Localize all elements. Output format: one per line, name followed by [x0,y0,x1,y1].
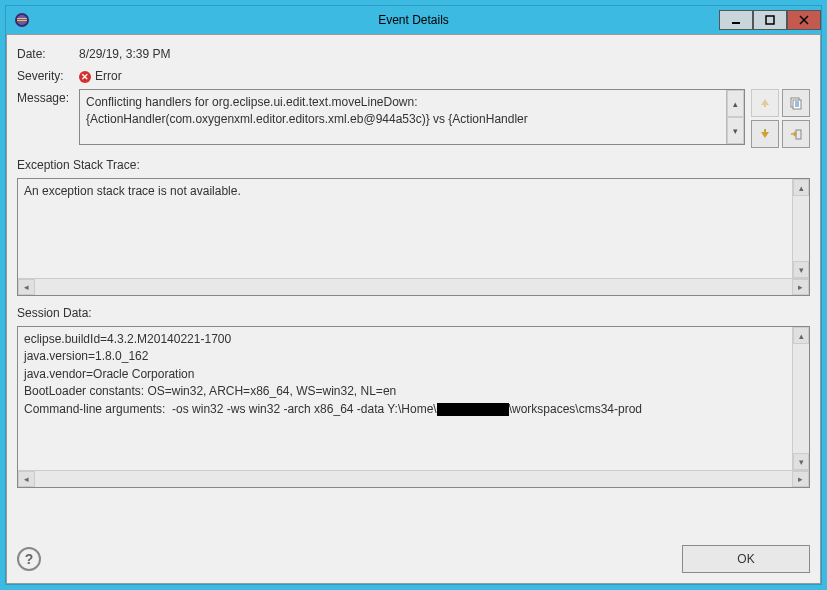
arrow-down-icon [758,127,772,141]
event-details-window: Event Details Date: 8/29/19, 3:39 PM Sev… [5,5,822,585]
svg-rect-4 [732,22,740,24]
stack-trace-text[interactable]: An exception stack trace is not availabl… [18,179,792,278]
error-icon: ✕ [79,71,91,83]
session-vscroll[interactable]: ▴ ▾ [792,327,809,470]
session-hscroll[interactable]: ◂ ▸ [18,470,809,487]
help-button[interactable]: ? [17,547,41,571]
help-icon: ? [25,551,34,567]
stack-trace-label: Exception Stack Trace: [17,158,810,172]
svg-rect-5 [766,16,774,24]
spinner-down-icon[interactable]: ▾ [727,117,744,144]
next-event-button[interactable] [751,120,779,148]
session-data-label: Session Data: [17,306,810,320]
copy-button[interactable] [782,89,810,117]
message-box: Conflicting handlers for org.eclipse.ui.… [79,89,745,145]
close-button[interactable] [787,10,821,30]
show-details-button[interactable] [782,120,810,148]
session-data-box: eclipse.buildId=4.3.2.M20140221-1700java… [17,326,810,488]
scroll-up-icon[interactable]: ▴ [793,179,809,196]
copy-icon [789,96,803,110]
scroll-down-icon[interactable]: ▾ [793,261,809,278]
eclipse-icon [14,12,30,28]
message-text[interactable]: Conflicting handlers for org.eclipse.ui.… [80,90,726,144]
stack-hscroll[interactable]: ◂ ▸ [18,278,809,295]
dialog-footer: ? OK [17,537,810,573]
message-spinner: ▴ ▾ [726,90,744,144]
titlebar[interactable]: Event Details [6,6,821,34]
dialog-content: Date: 8/29/19, 3:39 PM Severity: ✕Error … [6,34,821,584]
message-label: Message: [17,89,73,148]
severity-value: ✕Error [79,67,122,83]
arrow-up-icon [758,96,772,110]
spinner-up-icon[interactable]: ▴ [727,90,744,117]
redacted-text [437,403,509,416]
svg-rect-2 [17,18,27,19]
svg-rect-15 [796,130,801,139]
ok-button[interactable]: OK [682,545,810,573]
scroll-left-icon[interactable]: ◂ [18,471,35,487]
session-data-text[interactable]: eclipse.buildId=4.3.2.M20140221-1700java… [18,327,792,470]
date-label: Date: [17,45,73,61]
previous-event-button [751,89,779,117]
scroll-right-icon[interactable]: ▸ [792,279,809,295]
svg-rect-8 [764,104,766,107]
maximize-button[interactable] [753,10,787,30]
arrow-into-icon [789,127,803,141]
severity-label: Severity: [17,67,73,83]
minimize-button[interactable] [719,10,753,30]
svg-rect-3 [17,20,27,21]
window-title: Event Details [6,13,821,27]
stack-trace-box: An exception stack trace is not availabl… [17,178,810,296]
nav-buttons [751,89,810,148]
scroll-down-icon[interactable]: ▾ [793,453,809,470]
stack-vscroll[interactable]: ▴ ▾ [792,179,809,278]
date-value: 8/29/19, 3:39 PM [79,45,170,61]
scroll-right-icon[interactable]: ▸ [792,471,809,487]
window-controls [719,10,821,30]
scroll-up-icon[interactable]: ▴ [793,327,809,344]
scroll-left-icon[interactable]: ◂ [18,279,35,295]
